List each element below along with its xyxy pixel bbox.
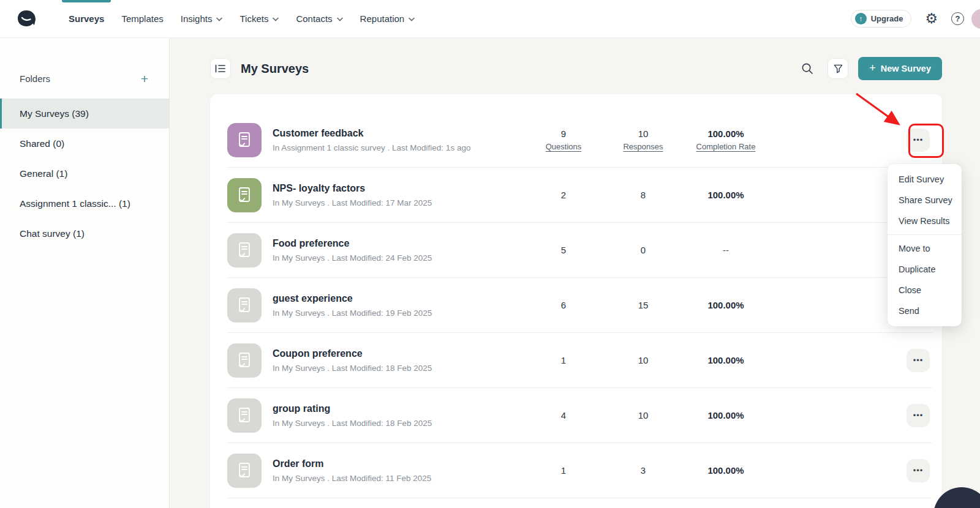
chevron-down-icon (216, 17, 222, 21)
upgrade-arrow-icon: ↑ (855, 13, 867, 24)
row-context-menu: Edit Survey Share Survey View Results Mo… (888, 164, 962, 326)
responses-count: 10 (597, 355, 689, 365)
ellipsis-icon: ••• (913, 411, 924, 420)
app-root: Surveys Templates Insights Tickets Conta… (0, 0, 980, 508)
more-options-button[interactable]: ••• (907, 129, 930, 152)
sidebar-item-my-surveys[interactable]: My Surveys (39) (0, 99, 169, 129)
upgrade-button[interactable]: ↑ Upgrade (851, 10, 912, 28)
header-actions: + New Survey (797, 57, 942, 80)
completion-rate: 100.00% (689, 410, 763, 420)
main-nav: Surveys Templates Insights Tickets Conta… (60, 0, 423, 37)
menu-item-share-survey[interactable]: Share Survey (888, 190, 962, 211)
app-logo-icon[interactable] (16, 9, 38, 29)
nav-label: Surveys (69, 13, 104, 24)
menu-item-move-to[interactable]: Move to (888, 238, 962, 259)
more-options-button[interactable]: ••• (907, 349, 930, 372)
menu-item-edit-survey[interactable]: Edit Survey (888, 169, 962, 190)
survey-row[interactable]: group rating In My Surveys . Last Modifi… (227, 388, 932, 443)
list-icon (215, 64, 226, 73)
new-survey-button[interactable]: + New Survey (858, 57, 942, 80)
questions-count: 5 (530, 245, 597, 255)
sidebar-item-label: General (1) (20, 168, 67, 179)
survey-icon-tile (227, 343, 262, 378)
survey-subtitle: In My Surveys . Last Modified: 19 Feb 20… (273, 308, 530, 318)
sidebar-item-assignment[interactable]: Assignment 1 classic... (1) (0, 189, 169, 219)
document-icon (237, 242, 252, 259)
document-icon (237, 297, 252, 314)
questions-count: 1 (530, 465, 597, 476)
survey-row[interactable]: Customer feedback In Assignment 1 classi… (227, 113, 932, 168)
survey-row[interactable]: guest experience In My Surveys . Last Mo… (227, 278, 932, 333)
new-survey-label: New Survey (881, 64, 931, 73)
document-icon (237, 462, 252, 479)
survey-row[interactable]: Order form In My Surveys . Last Modified… (227, 443, 932, 498)
nav-label: Contacts (296, 13, 332, 24)
questions-count: 4 (530, 410, 597, 420)
topnav-right-cluster: ↑ Upgrade ⚙ ? (851, 10, 964, 28)
survey-row[interactable]: Food preference In My Surveys . Last Mod… (227, 223, 932, 278)
menu-item-view-results[interactable]: View Results (888, 211, 962, 231)
nav-item-surveys[interactable]: Surveys (60, 0, 113, 37)
help-icon[interactable]: ? (951, 12, 964, 25)
responses-count: 10 (597, 129, 689, 139)
menu-item-send[interactable]: Send (888, 301, 962, 321)
list-view-toggle-button[interactable] (210, 58, 231, 79)
nav-item-tickets[interactable]: Tickets (231, 0, 287, 37)
nav-item-insights[interactable]: Insights (172, 0, 232, 37)
sidebar-item-label: Chat survey (1) (20, 228, 85, 239)
sidebar-item-shared[interactable]: Shared (0) (0, 129, 169, 159)
responses-column-label[interactable]: Responses (597, 142, 689, 151)
more-options-button[interactable]: ••• (907, 459, 930, 482)
survey-row[interactable]: NPS- loyalty factors In My Surveys . Las… (227, 168, 932, 223)
completion-column-label[interactable]: Completion Rate (689, 142, 763, 151)
survey-subtitle: In My Surveys . Last Modified: 24 Feb 20… (273, 253, 530, 263)
survey-subtitle: In Assignment 1 classic survey . Last Mo… (273, 143, 530, 152)
completion-rate: 100.00% (689, 129, 763, 139)
plus-icon: + (869, 62, 876, 75)
survey-row[interactable]: Coupon preference In My Surveys . Last M… (227, 333, 932, 388)
nav-item-reputation[interactable]: Reputation (352, 0, 424, 37)
more-options-button[interactable]: ••• (907, 404, 930, 427)
questions-count: 2 (530, 190, 597, 200)
menu-item-duplicate[interactable]: Duplicate (888, 259, 962, 280)
sidebar-item-label: My Surveys (39) (20, 108, 89, 119)
survey-title[interactable]: NPS- loyalty factors (273, 183, 530, 194)
search-button[interactable] (797, 58, 818, 79)
menu-divider (888, 234, 962, 235)
completion-rate: -- (689, 245, 763, 255)
chevron-down-icon (337, 17, 343, 21)
add-folder-button[interactable]: + (141, 72, 148, 85)
folders-title: Folders (20, 73, 50, 84)
nav-label: Tickets (239, 13, 268, 24)
survey-icon-tile (227, 233, 262, 267)
sidebar-item-chat-survey[interactable]: Chat survey (1) (0, 219, 169, 248)
survey-subtitle: In My Surveys . Last Modified: 17 Mar 20… (273, 198, 530, 207)
questions-column-label[interactable]: Questions (530, 142, 597, 151)
document-icon (237, 187, 252, 204)
document-icon (237, 352, 252, 369)
folders-sidebar: Folders + My Surveys (39) Shared (0) Gen… (0, 38, 170, 508)
completion-rate: 100.00% (689, 465, 763, 476)
sidebar-item-general[interactable]: General (1) (0, 159, 169, 189)
nav-item-templates[interactable]: Templates (113, 0, 172, 37)
document-icon (237, 132, 252, 149)
nav-label: Reputation (360, 13, 405, 24)
survey-title[interactable]: Order form (273, 458, 530, 469)
survey-title[interactable]: Customer feedback (273, 128, 530, 139)
survey-title[interactable]: Food preference (273, 238, 530, 249)
nav-item-contacts[interactable]: Contacts (287, 0, 351, 37)
sidebar-item-label: Assignment 1 classic... (1) (20, 198, 130, 209)
survey-title[interactable]: Coupon preference (273, 348, 530, 359)
upgrade-label: Upgrade (871, 14, 903, 23)
settings-gear-icon[interactable]: ⚙ (925, 12, 938, 26)
menu-item-close[interactable]: Close (888, 280, 962, 301)
questions-count: 1 (530, 355, 597, 365)
filter-button[interactable] (827, 58, 848, 79)
survey-title[interactable]: guest experience (273, 293, 530, 304)
completion-rate: 100.00% (689, 190, 763, 200)
user-avatar[interactable] (970, 8, 980, 30)
survey-title[interactable]: group rating (273, 403, 530, 414)
nav-label: Templates (121, 13, 163, 24)
survey-icon-tile (227, 178, 262, 212)
ellipsis-icon: ••• (913, 466, 924, 475)
